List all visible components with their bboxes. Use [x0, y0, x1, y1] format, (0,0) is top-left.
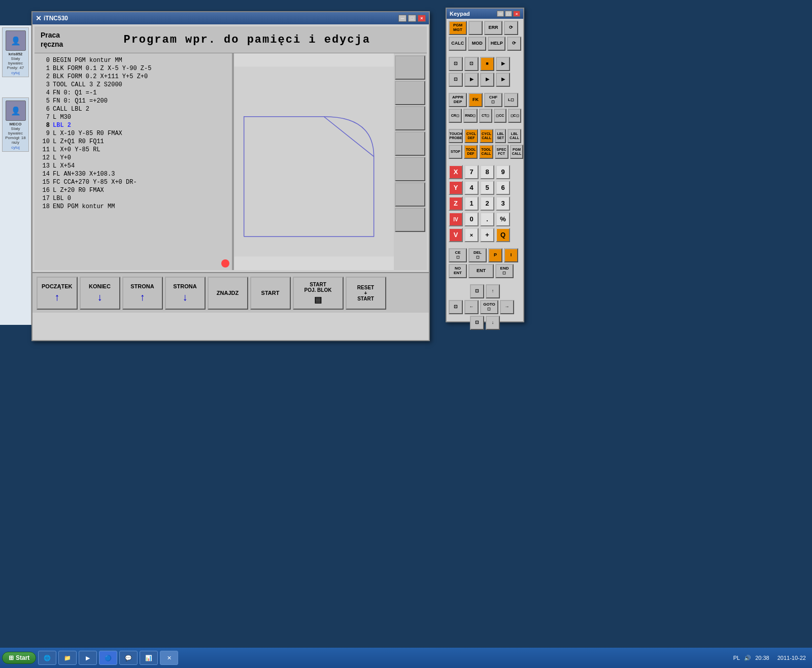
kp-num-dot[interactable]: . [480, 212, 494, 226]
kp-spec-fct[interactable]: SPECFCT [495, 145, 509, 159]
user2-cytuj-link[interactable]: cytuj [11, 145, 19, 150]
right-btn-5[interactable] [395, 157, 425, 181]
right-btn-7[interactable] [395, 208, 425, 232]
kp-calc[interactable]: CALC [449, 37, 466, 51]
kp-num-9[interactable]: 9 [496, 165, 510, 179]
taskbar-icon-3[interactable]: ▶ [79, 651, 97, 665]
kp-lbl-call[interactable]: LBLCALL [507, 129, 521, 143]
keypad-close-button[interactable]: × [513, 11, 520, 17]
keypad-min-button[interactable]: ─ [497, 11, 504, 17]
kp-num-8[interactable]: 8 [480, 165, 494, 179]
kp-rnd[interactable]: RND◻ [463, 109, 478, 123]
kp-pgm-mgt[interactable]: PGMMGT [449, 21, 467, 35]
kp-c[interactable]: ◻C◻ [508, 109, 521, 123]
kp-num-5[interactable]: 5 [480, 181, 494, 195]
kp-ct[interactable]: CT◻ [479, 109, 492, 123]
kp-cr[interactable]: CR◻ [449, 109, 462, 123]
kp-axis-y[interactable]: Y [449, 181, 463, 195]
kp-q[interactable]: Q [496, 228, 510, 242]
kp-l[interactable]: L◻ [504, 93, 518, 107]
kp-nav-up[interactable]: ↑ [486, 284, 500, 298]
kp-icon-4d[interactable]: ▶ [496, 73, 510, 87]
kp-blank-1[interactable] [468, 21, 483, 35]
kp-tool-call[interactable]: TOOLCALL [479, 145, 493, 159]
kp-stop[interactable]: STOP [449, 145, 462, 159]
kp-end[interactable]: END◻ [495, 264, 514, 278]
kp-axis-v[interactable]: V [449, 228, 463, 242]
taskbar-icon-6[interactable]: 📊 [140, 651, 158, 665]
kp-fk[interactable]: FK [468, 93, 483, 107]
btn-poczatek[interactable]: POCZĄTEK ↑ [37, 277, 78, 310]
kp-nav-left[interactable]: ← [464, 300, 479, 314]
kp-no-ent[interactable]: NOENT [449, 264, 467, 278]
right-btn-1[interactable] [395, 55, 425, 80]
kp-icon-1[interactable]: ⟳ [504, 21, 518, 35]
kp-icon-4a[interactable]: ⊡ [449, 73, 463, 87]
btn-reset-start[interactable]: RESET+START [346, 277, 386, 310]
itnc-min-button[interactable]: ─ [398, 15, 407, 22]
btn-znajdz[interactable]: ZNAJDZ [208, 277, 248, 310]
kp-icon-2[interactable]: ⟳ [507, 37, 521, 51]
start-button[interactable]: ⊞ Start [2, 652, 36, 664]
taskbar-icon-5[interactable]: 💬 [119, 651, 138, 665]
kp-chf[interactable]: CHF◻ [484, 93, 502, 107]
kp-num-0[interactable]: 0 [464, 212, 479, 226]
kp-icon-5c[interactable]: ⊡ [470, 316, 484, 330]
kp-ent[interactable]: ENT [468, 264, 494, 278]
kp-nav-down[interactable]: ↓ [486, 316, 500, 330]
kp-num-6[interactable]: 6 [496, 181, 510, 195]
taskbar-icon-2[interactable]: 📁 [58, 651, 77, 665]
kp-p[interactable]: P [488, 248, 502, 262]
kp-icon-3c[interactable]: ■ [480, 57, 494, 71]
kp-cycl-call[interactable]: CYCLCALL [480, 129, 493, 143]
kp-err[interactable]: ERR [484, 21, 502, 35]
kp-icon-5b[interactable]: ⊡ [449, 300, 463, 314]
taskbar-icon-1[interactable]: 🌐 [38, 651, 56, 665]
kp-help[interactable]: HELP [488, 37, 505, 51]
right-btn-2[interactable] [395, 81, 425, 105]
kp-num-3[interactable]: 3 [496, 196, 510, 211]
kp-icon-3d[interactable]: ▶ [496, 57, 510, 71]
kp-num-2[interactable]: 2 [480, 196, 494, 211]
kp-i[interactable]: I [504, 248, 518, 262]
kp-num-4[interactable]: 4 [464, 181, 479, 195]
kp-appr-dep[interactable]: APPRDEP [449, 93, 467, 107]
kp-nav-right[interactable]: → [500, 300, 514, 314]
kp-cc[interactable]: ◻CC [494, 109, 507, 123]
kp-num-7[interactable]: 7 [464, 165, 479, 179]
taskbar-icon-4[interactable]: 🔵 [99, 651, 117, 665]
kp-touch-probe[interactable]: TOUCHPROBE [449, 129, 463, 143]
kp-ce[interactable]: CE◻ [449, 248, 467, 262]
kp-icon-4b[interactable]: ▶ [464, 73, 479, 87]
itnc-max-button[interactable]: □ [408, 15, 416, 22]
kp-tool-def[interactable]: TOOLDEF [464, 145, 478, 159]
kp-num-1[interactable]: 1 [464, 196, 479, 211]
kp-mul[interactable]: × [464, 228, 479, 242]
user1-cytuj-link[interactable]: cytuj [11, 71, 19, 75]
btn-strona-up[interactable]: STRONA ↑ [122, 277, 163, 310]
kp-num-pct[interactable]: % [496, 212, 510, 226]
kp-axis-z[interactable]: Z [449, 196, 463, 211]
kp-axis-x[interactable]: X [449, 165, 463, 179]
kp-axis-iv[interactable]: IV [449, 212, 463, 226]
code-panel[interactable]: 0BEGIN PGM kontur MM1BLK FORM 0.1 Z X-5 … [35, 53, 232, 270]
kp-plus[interactable]: + [480, 228, 494, 242]
right-btn-4[interactable] [395, 131, 425, 156]
kp-mod[interactable]: MOD [468, 37, 486, 51]
btn-strona-down[interactable]: STRONA ↓ [165, 277, 206, 310]
keypad-max-button[interactable]: □ [505, 11, 512, 17]
kp-icon-3b[interactable]: ⊡ [464, 57, 479, 71]
taskbar-icon-7[interactable]: ✕ [160, 651, 178, 665]
kp-icon-3a[interactable]: ⊡ [449, 57, 463, 71]
kp-icon-4c[interactable]: ▶ [480, 73, 494, 87]
kp-cycl-def[interactable]: CYCLDEF [464, 129, 478, 143]
kp-icon-5a[interactable]: ⊡ [470, 284, 484, 298]
itnc-close-button[interactable]: × [418, 15, 426, 22]
btn-start-poj-blok[interactable]: STARTPOJ. BLOK ▤ [293, 277, 344, 310]
kp-lbl-set[interactable]: LBLSET [495, 129, 506, 143]
kp-del[interactable]: DEL◻ [468, 248, 487, 262]
kp-goto[interactable]: GOTO◻ [480, 300, 498, 314]
right-btn-6[interactable] [395, 182, 425, 207]
right-btn-3[interactable] [395, 106, 425, 130]
kp-pgm-call[interactable]: PGMCALL [510, 145, 524, 159]
